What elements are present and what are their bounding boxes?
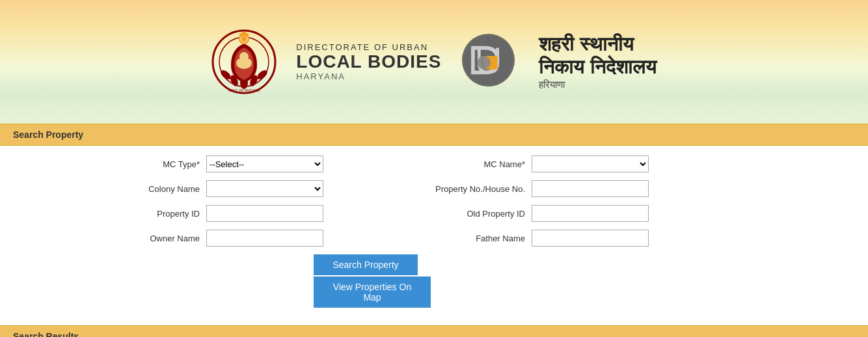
property-id-label: Property ID — [109, 209, 206, 219]
father-name-input[interactable] — [532, 230, 649, 247]
directorate-text: DIRECTORATE OF URBAN LOCAL BODIES HARYAN… — [296, 42, 441, 82]
property-no-input[interactable] — [532, 180, 649, 197]
property-no-group: Property No./House No. — [434, 180, 759, 197]
view-properties-on-map-button[interactable]: View Properties On Map — [314, 276, 431, 308]
header: GOVT. OF HARYANA DIRECTORATE OF URBAN LO… — [0, 0, 868, 124]
search-results-title: Search Results... — [13, 331, 87, 337]
haryana-emblem: GOVT. OF HARYANA — [211, 29, 277, 94]
haryana-line: HARYANA — [296, 72, 346, 81]
hindi-text-block: शहरी स्थानीय निकाय निदेशालय हरियाणा — [539, 33, 656, 90]
form-row-colony: Colony Name Property No./House No. — [0, 180, 868, 197]
property-id-group: Property ID — [109, 205, 434, 222]
property-id-input[interactable] — [206, 205, 323, 222]
hindi-line1: शहरी स्थानीय — [539, 33, 633, 56]
mc-type-group: MC Type* --Select-- — [109, 155, 434, 172]
directorate-line1: DIRECTORATE OF URBAN — [296, 42, 428, 52]
father-name-group: Father Name — [434, 230, 759, 247]
search-form: MC Type* --Select-- MC Name* Colony Name… — [0, 146, 868, 325]
form-row-ids: Property ID Old Property ID — [0, 205, 868, 222]
header-content: GOVT. OF HARYANA DIRECTORATE OF URBAN LO… — [0, 0, 868, 124]
hindi-line2: निकाय निदेशालय — [539, 56, 656, 79]
colony-name-label: Colony Name — [109, 184, 206, 194]
form-row-mc: MC Type* --Select-- MC Name* — [0, 155, 868, 172]
form-row-names: Owner Name Father Name — [0, 230, 868, 247]
father-name-label: Father Name — [434, 234, 532, 243]
search-property-title: Search Property — [13, 129, 83, 140]
form-buttons-row: Search Property View Properties On Map — [0, 254, 868, 308]
old-property-id-input[interactable] — [532, 205, 649, 222]
search-property-header: Search Property — [0, 124, 868, 146]
svg-point-8 — [239, 52, 249, 61]
buttons-container: Search Property View Properties On Map — [314, 254, 431, 308]
du-logo — [461, 33, 519, 91]
owner-name-label: Owner Name — [109, 234, 206, 243]
colony-name-group: Colony Name — [109, 180, 434, 197]
local-bodies-line: LOCAL BODIES — [296, 52, 441, 72]
owner-name-group: Owner Name — [109, 230, 434, 247]
owner-name-input[interactable] — [206, 230, 323, 247]
mc-name-group: MC Name* — [434, 155, 759, 172]
old-property-id-label: Old Property ID — [434, 209, 532, 219]
mc-type-label: MC Type* — [109, 159, 206, 169]
hindi-line3: हरियाणा — [539, 79, 565, 90]
svg-text:GOVT. OF HARYANA: GOVT. OF HARYANA — [228, 88, 260, 92]
search-property-button[interactable]: Search Property — [314, 254, 418, 275]
property-no-label: Property No./House No. — [434, 184, 532, 194]
old-property-id-group: Old Property ID — [434, 205, 759, 222]
search-results-header: Search Results... — [0, 325, 868, 337]
colony-name-select[interactable] — [206, 180, 323, 197]
svg-point-15 — [478, 56, 491, 70]
mc-name-select[interactable] — [532, 155, 649, 172]
mc-name-label: MC Name* — [434, 159, 532, 169]
mc-type-select[interactable]: --Select-- — [206, 155, 323, 172]
